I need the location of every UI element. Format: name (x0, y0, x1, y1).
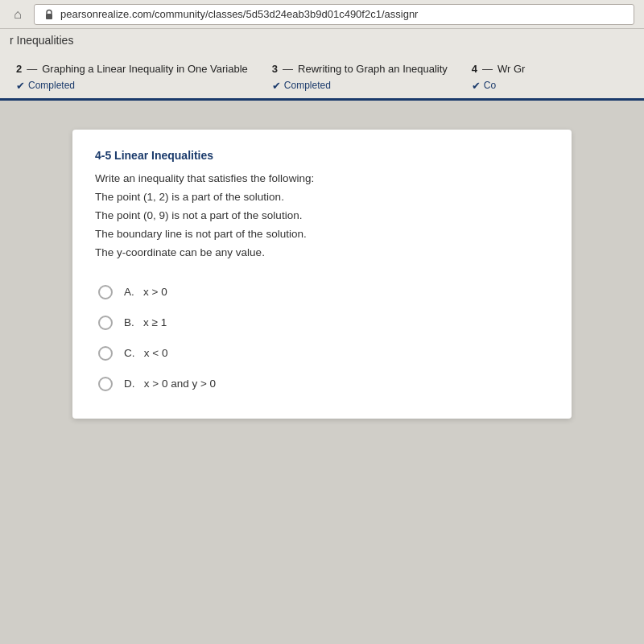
tab-item-4[interactable]: 4 — Wr Gr ✔ Co (464, 58, 542, 98)
home-icon[interactable]: ⌂ (10, 6, 26, 23)
tabs-row: 2 — Graphing a Linear Inequality in One … (0, 58, 644, 98)
condition-3: The boundary line is not part of the sol… (95, 225, 549, 244)
page-header: r Inequalities (0, 29, 644, 52)
option-c-text: C. x < 0 (124, 347, 167, 359)
radio-a[interactable] (98, 285, 113, 299)
tab-status-3: ✔ Completed (272, 80, 448, 92)
option-c[interactable]: C. x < 0 (95, 338, 549, 369)
condition-1: The point (1, 2) is a part of the soluti… (95, 188, 549, 207)
radio-d[interactable] (98, 377, 113, 391)
checkmark-icon-2: ✔ (16, 80, 25, 92)
tab-label-4: Wr Gr (497, 63, 525, 76)
lock-icon (43, 8, 56, 21)
main-content: 4-5 Linear Inequalities Write an inequal… (0, 101, 644, 448)
condition-4: The y-coordinate can be any value. (95, 244, 549, 262)
option-b[interactable]: B. x ≥ 1 (95, 308, 549, 338)
tab-status-4: ✔ Co (472, 80, 526, 92)
tab-status-text-4: Co (484, 80, 496, 91)
tab-title-4: 4 — Wr Gr (472, 63, 526, 76)
question-card: 4-5 Linear Inequalities Write an inequal… (72, 130, 572, 419)
question-text: Write an inequality that satisfies the f… (95, 170, 549, 262)
radio-b[interactable] (98, 316, 113, 330)
question-title: 4-5 Linear Inequalities (95, 149, 549, 162)
tabs-container: 2 — Graphing a Linear Inequality in One … (0, 52, 644, 101)
tab-label-2: Graphing a Linear Inequality in One Vari… (42, 63, 248, 76)
option-a[interactable]: A. x > 0 (95, 277, 549, 308)
tab-number-3: 3 (272, 63, 278, 76)
url-bar[interactable]: pearsonrealize.com/community/classes/5d5… (34, 4, 634, 25)
tab-dash-4: — (482, 63, 493, 76)
checkmark-icon-3: ✔ (272, 80, 281, 92)
tab-number-4: 4 (472, 63, 477, 76)
tab-status-text-2: Completed (28, 80, 75, 91)
radio-c[interactable] (98, 346, 113, 361)
tab-dash-3: — (283, 63, 293, 76)
tab-title-2: 2 — Graphing a Linear Inequality in One … (16, 63, 248, 76)
checkmark-icon-4: ✔ (472, 80, 481, 92)
tab-title-3: 3 — Rewriting to Graph an Inequality (272, 63, 448, 76)
question-prompt: Write an inequality that satisfies the f… (95, 170, 549, 188)
url-text: pearsonrealize.com/community/classes/5d5… (60, 8, 418, 20)
tab-status-2: ✔ Completed (16, 80, 248, 92)
option-b-text: B. x ≥ 1 (124, 316, 167, 328)
option-d-text: D. x > 0 and y > 0 (124, 378, 216, 390)
tab-number-2: 2 (16, 63, 22, 76)
browser-bar: ⌂ pearsonrealize.com/community/classes/5… (0, 0, 644, 29)
tab-dash-2: — (27, 63, 37, 76)
svg-rect-0 (46, 14, 52, 19)
option-d[interactable]: D. x > 0 and y > 0 (95, 369, 549, 399)
tab-item-2[interactable]: 2 — Graphing a Linear Inequality in One … (8, 58, 264, 98)
tab-status-text-3: Completed (284, 80, 331, 91)
option-a-text: A. x > 0 (124, 286, 167, 298)
condition-2: The point (0, 9) is not a part of the so… (95, 207, 549, 225)
page-title: r Inequalities (10, 34, 73, 47)
tab-label-3: Rewriting to Graph an Inequality (298, 63, 448, 76)
tab-item-3[interactable]: 3 — Rewriting to Graph an Inequality ✔ C… (264, 58, 464, 98)
